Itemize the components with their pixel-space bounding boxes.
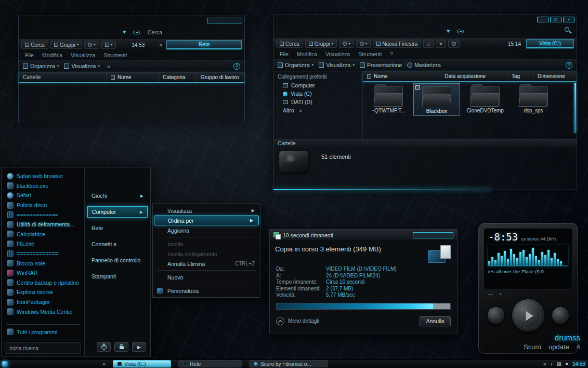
taskbar-overflow-icon[interactable]: » xyxy=(102,361,106,367)
start-item-divider-row[interactable]: ============= xyxy=(2,210,84,220)
close-button[interactable]: × xyxy=(563,17,574,22)
play-button[interactable] xyxy=(512,299,545,332)
favorite-icon[interactable]: ♥ xyxy=(447,28,450,34)
all-programs-button[interactable]: Tutti i programmi xyxy=(2,327,84,337)
less-details-link[interactable]: Meno dettagli xyxy=(288,318,319,324)
context-personalizza[interactable]: Personalizza xyxy=(153,286,260,296)
column-gruppo[interactable]: Gruppo di lavoro xyxy=(196,72,244,82)
split-button[interactable]: □ xyxy=(423,40,434,48)
item-checkbox[interactable] xyxy=(415,85,420,90)
search-input[interactable]: Cerca xyxy=(148,29,162,35)
menu-file[interactable]: File xyxy=(25,52,34,58)
hard-drive-icon[interactable] xyxy=(279,150,309,172)
start-item-safari-web-browser[interactable]: Safari web browser xyxy=(2,171,84,181)
start-item-windows-media-center[interactable]: Windows Media Center xyxy=(2,307,84,316)
link-icon[interactable] xyxy=(457,30,464,33)
organize-button[interactable]: Organizza▾ xyxy=(278,62,313,68)
select-all-checkbox[interactable] xyxy=(367,74,371,79)
start-place-stampanti[interactable]: Stampanti xyxy=(87,271,148,282)
organize-button[interactable]: Organizza▾ xyxy=(23,63,59,69)
folders-band[interactable]: Cartelle xyxy=(19,72,106,82)
toolbar-overflow-icon[interactable]: » xyxy=(159,42,162,48)
lock-button[interactable] xyxy=(114,342,128,352)
context-visualizza[interactable]: Visualizza▶ xyxy=(153,206,260,215)
context-ordina-per[interactable]: Ordina per▶ xyxy=(154,215,259,225)
maximize-button[interactable]: □ xyxy=(550,17,561,22)
column-tag[interactable]: Tag xyxy=(507,71,533,81)
slideshow-button[interactable]: Presentazione xyxy=(360,62,402,68)
groups-button[interactable]: Gruppi▾ xyxy=(305,40,337,48)
cancel-button[interactable]: Annulla xyxy=(420,316,451,326)
start-place-connetti-a[interactable]: Connetti a xyxy=(87,238,148,250)
player-minimize-button[interactable]: — xyxy=(488,291,493,297)
task-scuro[interactable]: Scuro by ~drumss o... xyxy=(249,360,328,367)
new-window-button[interactable]: Nuova Finestra xyxy=(373,40,421,48)
window-controls[interactable] xyxy=(413,232,453,238)
previous-button[interactable] xyxy=(487,307,505,324)
start-place-computer[interactable]: Computer▶ xyxy=(87,206,148,218)
context-annulla-elimina[interactable]: Annulla EliminaCTRL+Z xyxy=(153,259,260,269)
column-nome[interactable]: Nome xyxy=(363,71,440,81)
start-item-winrar[interactable]: WinRAR xyxy=(2,268,84,278)
groups-button[interactable]: Gruppi▾ xyxy=(50,41,83,49)
scrollbar[interactable] xyxy=(574,83,576,133)
column-categoria[interactable]: Categoria xyxy=(158,72,195,82)
start-search-input[interactable]: Inizia ricerca xyxy=(5,342,81,354)
start-item-iconpackager[interactable]: IconPackager xyxy=(2,297,84,307)
search-icon[interactable] xyxy=(565,27,569,32)
folder-item[interactable]: CloneDVDTemp xyxy=(462,83,508,116)
start-item-calcolatrice[interactable]: Calcolatrice xyxy=(2,230,84,239)
tray-overflow-icon[interactable]: « xyxy=(543,361,546,367)
task-vista-c[interactable]: Vista (C:) xyxy=(113,360,171,367)
window-controls[interactable] xyxy=(207,18,242,23)
view-mode-button[interactable]: ▾ xyxy=(339,40,354,48)
commandbar-overflow-icon[interactable]: » xyxy=(107,63,110,69)
start-place-rete[interactable]: Rete xyxy=(87,222,148,234)
column-nome[interactable]: Nome xyxy=(106,72,158,82)
favorite-vista-c[interactable]: Vista (C) xyxy=(273,90,362,98)
favorite-icon[interactable]: ♥ xyxy=(123,29,126,35)
menu-strumenti[interactable]: Strumenti xyxy=(358,51,382,57)
folders-band[interactable]: Cartelle xyxy=(273,139,577,147)
link-icon[interactable] xyxy=(133,31,140,34)
burn-button[interactable]: Masterizza xyxy=(407,62,441,68)
menu-strumenti[interactable]: Strumenti xyxy=(103,52,127,58)
player-close-button[interactable]: × xyxy=(499,291,502,297)
menu-visualizza[interactable]: Visualizza xyxy=(71,52,95,58)
context-aggiorna[interactable]: Aggiorna xyxy=(153,225,260,235)
help-icon[interactable]: ? xyxy=(233,63,240,70)
menu-modifica[interactable]: Modifica xyxy=(297,51,317,57)
start-item-hfs-exe[interactable]: hfs.exe xyxy=(2,239,84,249)
menu-help[interactable]: ? xyxy=(390,51,393,57)
keyboard-icon[interactable]: ▤ xyxy=(557,361,561,366)
folder-item[interactable]: dsp_sps xyxy=(510,83,557,116)
task-rete[interactable]: Rete xyxy=(178,360,242,367)
column-data-acquisizione[interactable]: Data acquisizione xyxy=(440,71,507,81)
favorite-computer[interactable]: Computer xyxy=(273,81,362,90)
layout-button[interactable]: ▾ xyxy=(356,40,371,48)
menu-file[interactable]: File xyxy=(280,51,289,57)
start-item-safari[interactable]: Safari xyxy=(2,191,84,200)
folder-item[interactable]: ~QTWTMP.T... xyxy=(365,83,412,116)
start-place-giochi[interactable]: Giochi▶ xyxy=(87,190,148,201)
folder-item-selected[interactable]: Blackbox xyxy=(413,83,460,116)
views-button[interactable]: Visualizza▾ xyxy=(319,62,355,68)
minimize-button[interactable]: — xyxy=(537,17,548,22)
close-tab-button[interactable]: × xyxy=(436,40,446,48)
start-item-pulizia-disco[interactable]: Pulizia disco xyxy=(2,200,84,210)
context-incolla[interactable]: Incolla xyxy=(153,239,260,249)
start-item-esplora-risorse[interactable]: Esplora risorse xyxy=(2,287,84,297)
favorite-dati-d[interactable]: DATI (D) xyxy=(273,98,362,106)
help-icon[interactable]: ? xyxy=(566,62,572,69)
collapse-details-icon[interactable] xyxy=(276,317,284,325)
start-item-centro-backup[interactable]: Centro backup e ripristino xyxy=(2,278,84,288)
column-dimensione[interactable]: Dimensione xyxy=(533,71,577,81)
menu-visualizza[interactable]: Visualizza xyxy=(325,51,350,57)
context-incolla-collegamento[interactable]: Incolla collegamento xyxy=(153,249,260,259)
select-all-checkbox[interactable] xyxy=(111,75,115,80)
history-button[interactable] xyxy=(448,40,460,48)
start-place-pannello-controllo[interactable]: Pannello di controllo xyxy=(87,255,148,266)
tab-rete[interactable]: Rete xyxy=(166,40,242,49)
menu-modifica[interactable]: Modifica xyxy=(42,52,62,58)
volume-icon[interactable]: ♪ xyxy=(551,361,553,366)
